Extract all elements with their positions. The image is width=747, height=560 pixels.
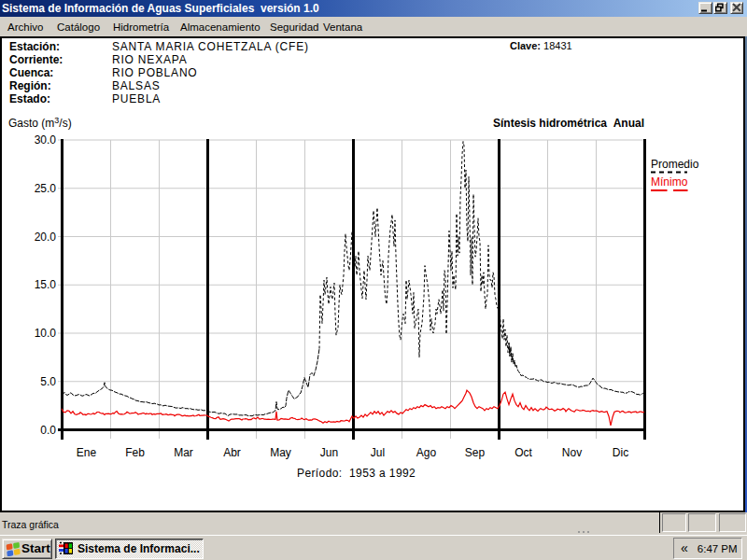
svg-text:15.0: 15.0 [35, 278, 57, 291]
svg-text:Nov: Nov [562, 446, 582, 459]
svg-text:Período: 1953 a 1992: Período: 1953 a 1992 [297, 467, 416, 480]
svg-text:10.0: 10.0 [35, 327, 57, 340]
svg-text:Mar: Mar [174, 446, 193, 459]
svg-text:Síntesis hidrométrica Anual: Síntesis hidrométrica Anual [493, 117, 644, 130]
svg-text:Feb: Feb [125, 446, 145, 459]
svg-text:Ene: Ene [77, 446, 97, 459]
svg-text:Promedio: Promedio [651, 158, 699, 171]
svg-text:0.0: 0.0 [40, 424, 56, 437]
svg-text:Ago: Ago [416, 446, 437, 459]
svg-text:Mínimo: Mínimo [651, 175, 688, 189]
svg-text:Oct: Oct [514, 446, 532, 459]
svg-text:30.0: 30.0 [35, 133, 57, 147]
svg-text:Jun: Jun [320, 446, 338, 459]
svg-text:25.0: 25.0 [35, 182, 57, 195]
svg-text:5.0: 5.0 [40, 375, 56, 388]
svg-text:Sep: Sep [465, 446, 486, 459]
svg-text:Abr: Abr [223, 446, 241, 459]
svg-text:Dic: Dic [613, 446, 628, 459]
svg-text:Jul: Jul [371, 446, 385, 459]
svg-text:Gasto (m3/s): Gasto (m3/s) [8, 116, 72, 130]
svg-text:May: May [270, 446, 291, 459]
svg-text:20.0: 20.0 [35, 231, 57, 244]
